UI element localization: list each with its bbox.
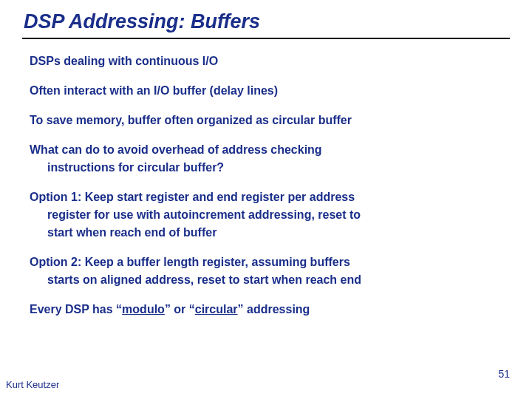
para-3: To save memory, buffer often organized a… — [30, 112, 507, 129]
para-4: What can do to avoid overhead of address… — [30, 141, 507, 177]
para-5-line2: register for use with autoincrement addr… — [30, 206, 507, 224]
para-6-line2: starts on aligned address, reset to star… — [30, 271, 507, 289]
para-1: DSPs dealing with continuous I/O — [30, 52, 507, 70]
para-4-line2: instructions for circular buffer? — [30, 159, 507, 177]
title-rule — [22, 38, 510, 39]
para-5-line1: Option 1: Keep start register and end re… — [30, 191, 355, 203]
para-4-line1: What can do to avoid overhead of address… — [30, 143, 322, 156]
para-7-mid: ” or “ — [165, 303, 195, 316]
para-6-line1: Option 2: Keep a buffer length register,… — [30, 256, 350, 268]
para-7-pre: Every DSP has “ — [30, 303, 122, 316]
page-number: 51 — [498, 368, 510, 380]
para-7: Every DSP has “modulo” or “circular” add… — [30, 301, 507, 318]
para-5-line3: start when reach end of buffer — [30, 224, 507, 242]
slide-body: DSPs dealing with continuous I/O Often i… — [22, 52, 510, 318]
para-5: Option 1: Keep start register and end re… — [30, 188, 507, 242]
para-7-u1: modulo — [122, 303, 165, 316]
para-7-post: ” addressing — [238, 303, 310, 316]
para-2: Often interact with an I/O buffer (delay… — [30, 82, 507, 100]
footer-author: Kurt Keutzer — [6, 379, 59, 390]
slide: DSP Addressing: Buffers DSPs dealing wit… — [0, 0, 532, 399]
para-7-u2: circular — [195, 303, 238, 316]
para-6: Option 2: Keep a buffer length register,… — [30, 253, 507, 289]
slide-title: DSP Addressing: Buffers — [22, 10, 510, 33]
